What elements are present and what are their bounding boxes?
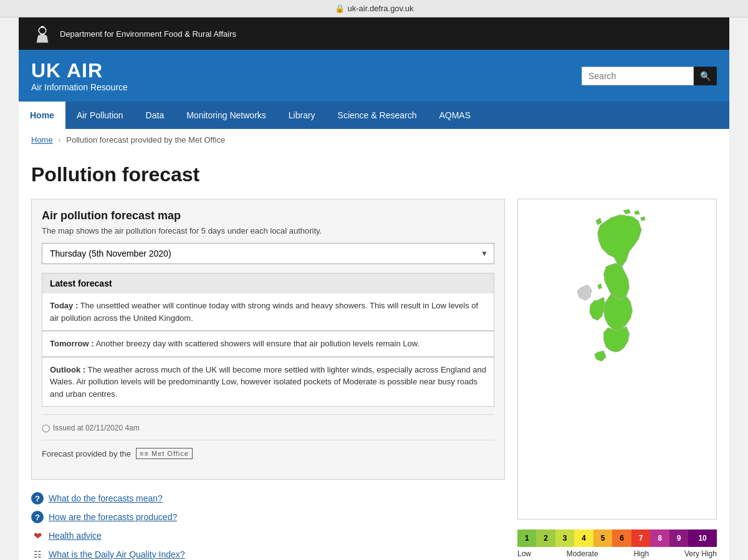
divider xyxy=(42,414,494,415)
link-daqi: ☷ What is the Daily Air Quality Index? xyxy=(31,548,505,560)
issued-text: ◯ Issued at 02/11/2020 4am xyxy=(42,424,494,432)
divider-2 xyxy=(42,440,494,440)
page-title: Pollution forecast xyxy=(31,163,717,186)
health-advice-link[interactable]: Health advice xyxy=(49,531,102,541)
aqi-cell-4: 4 xyxy=(574,529,593,547)
heart-icon: ❤ xyxy=(31,529,44,542)
breadcrumb: Home › Pollution forecast provided by th… xyxy=(19,129,729,151)
svg-rect-1 xyxy=(41,26,44,28)
outlook-text: The weather across much of the UK will b… xyxy=(50,365,486,399)
gov-dept-name: Department for Environment Food & Rural … xyxy=(60,29,236,39)
nav-air-pollution[interactable]: Air Pollution xyxy=(65,102,135,129)
forecast-outlook: Outlook : The weather across much of the… xyxy=(42,357,494,407)
right-panel: 1 2 3 4 5 6 7 8 9 10 Low Moderate xyxy=(517,199,717,558)
svg-point-0 xyxy=(39,27,46,34)
search-icon: 🔍 xyxy=(700,71,711,81)
aqi-cell-6: 6 xyxy=(612,529,631,547)
issued-value: Issued at 02/11/2020 4am xyxy=(53,424,140,432)
breadcrumb-home[interactable]: Home xyxy=(31,135,53,145)
clock-icon: ◯ xyxy=(42,424,50,432)
outlook-label: Outlook : xyxy=(50,365,85,374)
aqi-cell-1: 1 xyxy=(517,529,536,547)
met-credit-text: Forecast provided by the xyxy=(42,449,131,458)
map-container xyxy=(517,199,717,520)
url-text: uk-air.defra.gov.uk xyxy=(348,4,414,13)
site-header: UK AIR Air Information Resource 🔍 xyxy=(19,50,729,102)
today-label: Today : xyxy=(50,301,78,310)
aqi-cell-10: 10 xyxy=(688,529,717,547)
content-grid: Air pollution forecast map The map shows… xyxy=(31,199,717,560)
question-icon-1: ? xyxy=(31,492,44,505)
search-input[interactable] xyxy=(582,67,694,85)
site-title-sub: Air Information Resource xyxy=(31,82,128,92)
nav-library[interactable]: Library xyxy=(277,102,327,129)
aqi-cell-2: 2 xyxy=(536,529,555,547)
main-content: Pollution forecast Air pollution forecas… xyxy=(19,151,729,560)
what-forecasts-mean-link[interactable]: What do the forecasts mean? xyxy=(49,493,163,503)
aqi-cell-8: 8 xyxy=(650,529,669,547)
left-panel: Air pollution forecast map The map shows… xyxy=(31,199,505,560)
forecast-map-description: The map shows the air pollution forecast… xyxy=(42,226,494,235)
main-navigation: Home Air Pollution Data Monitoring Netwo… xyxy=(19,102,729,129)
latest-forecast-header: Latest forecast xyxy=(42,273,494,293)
forecast-tomorrow: Tomorrow : Another breezy day with scatt… xyxy=(42,331,494,357)
aqi-label-low: Low xyxy=(517,549,531,558)
aqi-cell-5: 5 xyxy=(593,529,612,547)
aqi-labels: Low Moderate High Very High xyxy=(517,549,717,558)
aqi-label-very-high: Very High xyxy=(684,549,717,558)
link-health-advice: ❤ Health advice xyxy=(31,529,505,542)
search-button[interactable]: 🔍 xyxy=(694,67,717,85)
forecast-box: Air pollution forecast map The map shows… xyxy=(31,199,505,480)
nav-monitoring-networks[interactable]: Monitoring Networks xyxy=(175,102,277,129)
met-office-logo: ≡≡ Met Office xyxy=(136,448,193,459)
aqi-cell-3: 3 xyxy=(555,529,574,547)
uk-map-svg xyxy=(524,206,710,511)
table-icon: ☷ xyxy=(31,548,44,560)
aqi-legend: 1 2 3 4 5 6 7 8 9 10 Low Moderate xyxy=(517,529,717,558)
daqi-link[interactable]: What is the Daily Air Quality Index? xyxy=(49,549,185,559)
question-icon-2: ? xyxy=(31,511,44,523)
breadcrumb-current: Pollution forecast provided by the Met O… xyxy=(66,135,225,145)
how-produced-link[interactable]: How are the forecasts produced? xyxy=(49,512,177,522)
date-select[interactable]: Thursday (5th November 2020) Friday (6th… xyxy=(42,243,494,264)
link-how-produced: ? How are the forecasts produced? xyxy=(31,511,505,523)
nav-aqmas[interactable]: AQMAS xyxy=(428,102,482,129)
tomorrow-text: Another breezy day with scattered shower… xyxy=(95,339,420,348)
aqi-cell-7: 7 xyxy=(631,529,650,547)
forecast-today: Today : The unsettled weather will conti… xyxy=(42,293,494,331)
nav-science-research[interactable]: Science & Research xyxy=(327,102,428,129)
search-bar: 🔍 xyxy=(582,67,717,85)
nav-data[interactable]: Data xyxy=(135,102,176,129)
aqi-label-high: High xyxy=(633,549,649,558)
site-title-block: UK AIR Air Information Resource xyxy=(31,59,128,92)
aqi-label-moderate: Moderate xyxy=(567,549,598,558)
gov-crest-icon xyxy=(31,22,54,45)
breadcrumb-separator: › xyxy=(58,135,60,145)
forecast-map-heading: Air pollution forecast map xyxy=(42,209,494,222)
date-select-wrapper: Thursday (5th November 2020) Friday (6th… xyxy=(42,243,494,264)
info-links: ? What do the forecasts mean? ? How are … xyxy=(31,492,505,560)
met-office-credit: Forecast provided by the ≡≡ Met Office xyxy=(42,448,494,459)
nav-home[interactable]: Home xyxy=(19,102,65,129)
link-what-forecasts-mean: ? What do the forecasts mean? xyxy=(31,492,505,505)
aqi-cell-9: 9 xyxy=(669,529,688,547)
site-title-main: UK AIR xyxy=(31,59,128,82)
aqi-scale: 1 2 3 4 5 6 7 8 9 10 xyxy=(517,529,717,547)
tomorrow-label: Tomorrow : xyxy=(50,339,94,348)
browser-bar: 🔒 uk-air.defra.gov.uk xyxy=(0,0,748,17)
today-text: The unsettled weather will continue toda… xyxy=(50,301,478,323)
lock-icon: 🔒 xyxy=(335,4,345,13)
gov-banner: Department for Environment Food & Rural … xyxy=(19,17,729,50)
